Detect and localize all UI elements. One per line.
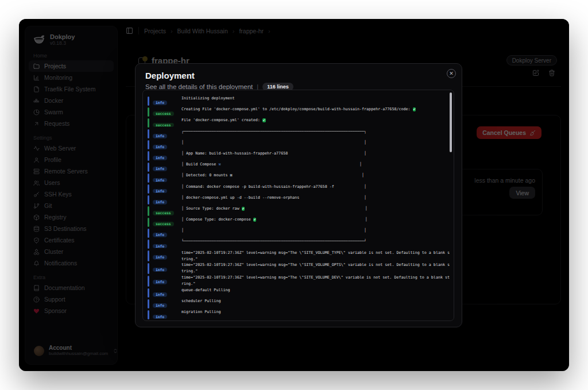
- log-level-bar: [148, 276, 149, 287]
- log-text: │ Build Compose ⚒ │: [181, 161, 362, 172]
- log-text: │ App Name: build-with-hussain-frappehr-…: [181, 150, 366, 161]
- log-level-badge: info: [153, 140, 176, 150]
- log-text: │ │: [181, 140, 366, 150]
- log-level-badge: info: [153, 172, 176, 183]
- log-level-badge: success: [153, 206, 176, 217]
- log-text: time="2025-02-10T19:27:36Z" level=warnin…: [181, 250, 450, 262]
- log-level-badge: success: [153, 217, 176, 227]
- log-level-badge: info: [153, 161, 176, 172]
- log-level-bar: [148, 310, 149, 319]
- log-level-bar: [148, 206, 149, 215]
- log-text: │ Compose Type: docker-compose ✔ │: [181, 217, 368, 227]
- log-line: infoInitializing deployment: [148, 95, 454, 106]
- log-line: info│ docker-compose.yml up -d --build -…: [148, 195, 454, 206]
- log-level-badge: success: [153, 106, 176, 117]
- log-line: successFile 'docker-compose.yml' created…: [148, 117, 454, 128]
- log-line: info│ │: [148, 227, 454, 238]
- log-line: successCreating File 'docker-compose.yml…: [148, 106, 454, 117]
- close-icon[interactable]: ✕: [447, 69, 456, 78]
- log-level-bar: [148, 140, 149, 149]
- log-text: Initializing deployment: [181, 95, 235, 106]
- log-level-bar: [148, 240, 149, 249]
- log-line: infoqueue-default Pulling: [148, 287, 454, 298]
- log-line: success│ Compose Type: docker-compose ✔ …: [148, 217, 454, 227]
- log-level-bar: [148, 229, 149, 238]
- deployment-modal: Deployment See all the details of this d…: [135, 63, 462, 327]
- modal-title: Deployment: [145, 71, 195, 80]
- log-level-badge: info: [153, 150, 176, 161]
- log-level-bar: [148, 288, 149, 298]
- log-line: infobackend Pulling: [148, 321, 454, 321]
- log-line: info│ App Name: build-with-hussain-frapp…: [148, 150, 454, 161]
- log-text: backend Pulling: [181, 321, 216, 321]
- log-level-badge: info: [153, 195, 176, 206]
- scrollbar-thumb[interactable]: [450, 92, 452, 152]
- log-text: │ │: [181, 227, 366, 238]
- log-level-bar: [148, 107, 149, 117]
- log-level-badge: info: [153, 95, 176, 106]
- log-line: info│ │: [148, 140, 454, 150]
- log-level-bar: [148, 163, 149, 172]
- log-level-badge: info: [153, 321, 176, 321]
- log-text: │ docker-compose.yml up -d --build --rem…: [181, 195, 366, 206]
- log-text: │ Detected: 0 mounts ▣ │: [181, 172, 364, 183]
- log-line: info│ Detected: 0 mounts ▣ │: [148, 172, 454, 183]
- log-level-badge: info: [153, 238, 176, 249]
- log-text: migration Pulling: [181, 309, 220, 320]
- log-line: info┌───────────────────────────────────…: [148, 129, 454, 140]
- log-text: │ Command: docker compose -p build-with-…: [181, 184, 366, 195]
- log-level-badge: info: [153, 129, 176, 140]
- log-line: info│ Build Compose ⚒ │: [148, 161, 454, 172]
- log-level-bar: [148, 118, 149, 128]
- log-level-bar: [148, 299, 149, 308]
- log-text: ┌───────────────────────────────────────…: [181, 129, 366, 140]
- log-level-bar: [148, 184, 149, 194]
- log-level-bar: [148, 96, 149, 106]
- log-text: time="2025-02-10T19:27:36Z" level=warnin…: [181, 262, 450, 275]
- log-level-bar: [148, 218, 149, 227]
- log-level-badge: info: [153, 275, 176, 287]
- log-line: infotime="2025-02-10T19:27:36Z" level=wa…: [148, 275, 454, 287]
- log-level-bar: [148, 151, 149, 160]
- log-level-badge: info: [153, 298, 176, 309]
- log-line: infoscheduler Pulling: [148, 298, 454, 309]
- log-text: scheduler Pulling: [181, 298, 220, 309]
- log-level-bar: [148, 129, 149, 138]
- log-level-badge: success: [153, 117, 176, 128]
- log-line: infotime="2025-02-10T19:27:36Z" level=wa…: [148, 262, 454, 275]
- log-level-badge: info: [153, 250, 176, 262]
- log-line: success│ Source Type: docker raw ✔ │: [148, 206, 454, 217]
- log-level-badge: info: [153, 184, 176, 195]
- log-text: File 'docker-compose.yml' created: ✔: [181, 117, 266, 128]
- log-level-bar: [148, 263, 149, 274]
- log-terminal: infoInitializing deploymentsuccessCreati…: [142, 90, 454, 321]
- log-line: infotime="2025-02-10T19:27:36Z" level=wa…: [148, 250, 454, 262]
- log-level-badge: info: [153, 309, 176, 320]
- log-list: infoInitializing deploymentsuccessCreati…: [148, 95, 454, 321]
- app-window: Dokploy v0.18.3 HomeProjectsMonitoringTr…: [19, 19, 569, 371]
- log-level-badge: info: [153, 262, 176, 275]
- log-text: └───────────────────────────────────────…: [181, 238, 366, 249]
- log-line: info└───────────────────────────────────…: [148, 238, 454, 249]
- log-level-badge: info: [153, 287, 176, 298]
- log-text: time="2025-02-10T19:27:36Z" level=warnin…: [181, 275, 450, 287]
- log-text: │ Source Type: docker raw ✔ │: [181, 206, 368, 217]
- log-level-badge: info: [153, 227, 176, 238]
- log-level-bar: [148, 250, 149, 261]
- log-text: Creating File 'docker-compose.yml' to /e…: [181, 106, 416, 117]
- log-line: infomigration Pulling: [148, 309, 454, 320]
- log-level-bar: [148, 195, 149, 204]
- log-level-bar: [148, 173, 149, 183]
- log-line: info│ Command: docker compose -p build-w…: [148, 184, 454, 195]
- log-text: queue-default Pulling: [181, 287, 230, 298]
